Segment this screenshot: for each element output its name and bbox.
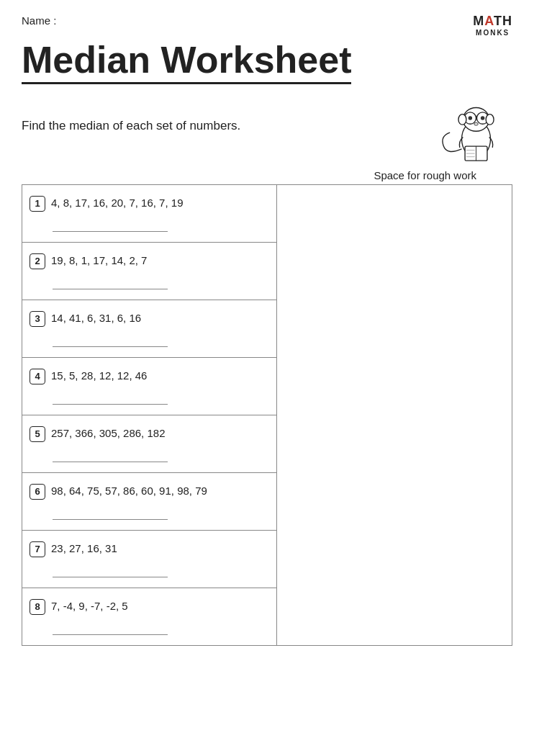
problem-inner-8: 87, -4, 9, -7, -2, 5 <box>30 598 269 615</box>
logo: MATH MONKS <box>473 14 512 37</box>
problem-text-2: 19, 8, 1, 17, 14, 2, 7 <box>51 253 269 269</box>
subtitle-mascot-row: Find the median of each set of numbers. <box>22 90 512 162</box>
answer-line-4 <box>53 392 168 405</box>
name-label: Name : <box>22 14 56 27</box>
problem-row: 14, 8, 17, 16, 20, 7, 16, 7, 19 <box>22 185 276 243</box>
problem-number-3: 3 <box>30 311 45 327</box>
problem-number-8: 8 <box>30 599 45 615</box>
problem-inner-2: 219, 8, 1, 17, 14, 2, 7 <box>30 253 269 269</box>
svg-point-7 <box>474 122 478 125</box>
problem-inner-6: 698, 64, 75, 57, 86, 60, 91, 98, 79 <box>30 483 269 500</box>
worksheet-table: 14, 8, 17, 16, 20, 7, 16, 7, 19219, 8, 1… <box>22 184 512 646</box>
problem-text-7: 23, 27, 16, 31 <box>51 541 269 557</box>
problem-row: 415, 5, 28, 12, 12, 46 <box>22 358 276 415</box>
mascot-image <box>433 90 512 162</box>
problem-text-6: 98, 64, 75, 57, 86, 60, 91, 98, 79 <box>51 483 269 500</box>
problem-text-8: 7, -4, 9, -7, -2, 5 <box>51 598 269 615</box>
problem-inner-4: 415, 5, 28, 12, 12, 46 <box>30 368 269 384</box>
page-title: Median Worksheet <box>22 40 351 84</box>
answer-line-2 <box>53 276 168 289</box>
problem-row: 723, 27, 16, 31 <box>22 531 276 588</box>
logo-monks: MONKS <box>476 29 510 37</box>
problem-text-5: 257, 366, 305, 286, 182 <box>51 426 269 442</box>
answer-line-7 <box>53 564 168 577</box>
problem-number-1: 1 <box>30 196 45 212</box>
problem-number-5: 5 <box>30 426 45 442</box>
answer-line-1 <box>53 219 168 232</box>
problems-column: 14, 8, 17, 16, 20, 7, 16, 7, 19219, 8, 1… <box>22 184 277 645</box>
problem-number-6: 6 <box>30 484 45 500</box>
problem-text-4: 15, 5, 28, 12, 12, 46 <box>51 368 269 384</box>
answer-line-3 <box>53 334 168 347</box>
problem-row: 314, 41, 6, 31, 6, 16 <box>22 300 276 358</box>
header: Name : MATH MONKS <box>22 14 512 37</box>
answer-line-5 <box>53 449 168 462</box>
logo-a: A <box>484 14 494 28</box>
problem-row: 5257, 366, 305, 286, 182 <box>22 415 276 473</box>
problem-inner-1: 14, 8, 17, 16, 20, 7, 16, 7, 19 <box>30 195 269 212</box>
problem-number-4: 4 <box>30 369 45 384</box>
logo-math: MATH <box>473 14 512 29</box>
answer-line-6 <box>53 507 168 520</box>
problem-row: 698, 64, 75, 57, 86, 60, 91, 98, 79 <box>22 473 276 531</box>
answer-line-8 <box>53 622 168 635</box>
problem-text-3: 14, 41, 6, 31, 6, 16 <box>51 310 269 327</box>
svg-point-5 <box>469 116 472 120</box>
svg-point-8 <box>458 114 466 125</box>
problem-inner-5: 5257, 366, 305, 286, 182 <box>30 426 269 442</box>
rough-work-label: Space for rough work <box>22 169 476 181</box>
problem-inner-3: 314, 41, 6, 31, 6, 16 <box>30 310 269 327</box>
problem-text-1: 4, 8, 17, 16, 20, 7, 16, 7, 19 <box>51 195 269 212</box>
problem-number-7: 7 <box>30 541 45 557</box>
svg-point-6 <box>481 116 484 120</box>
problem-inner-7: 723, 27, 16, 31 <box>30 541 269 557</box>
svg-point-9 <box>486 114 494 125</box>
problem-number-2: 2 <box>30 253 45 269</box>
rough-work-column <box>277 184 512 645</box>
problem-row: 87, -4, 9, -7, -2, 5 <box>22 588 276 645</box>
subtitle: Find the median of each set of numbers. <box>22 119 240 133</box>
problem-row: 219, 8, 1, 17, 14, 2, 7 <box>22 243 276 300</box>
